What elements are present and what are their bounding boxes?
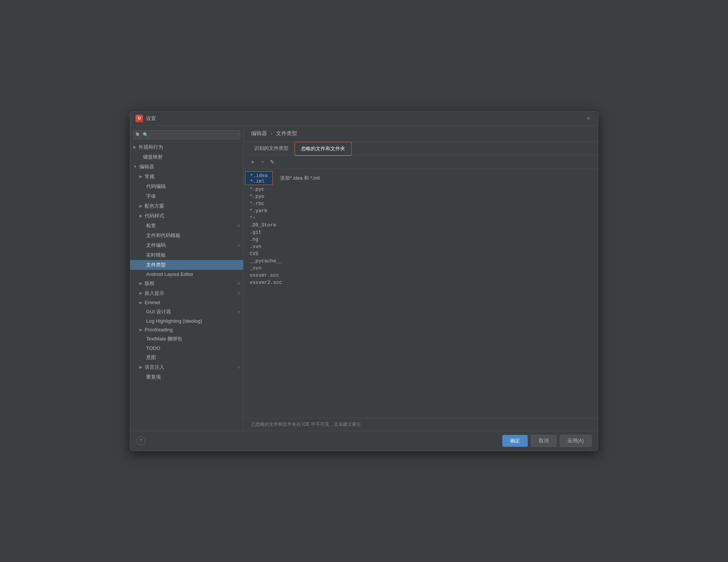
sidebar-item-21[interactable]: TODO bbox=[130, 344, 243, 353]
sidebar-item-13[interactable]: Android Layout Editor bbox=[130, 270, 243, 279]
file-list-item[interactable]: *.pyo bbox=[244, 193, 598, 200]
remove-button[interactable]: − bbox=[258, 157, 267, 166]
ok-button[interactable]: 确定 bbox=[502, 435, 528, 447]
sidebar-item-12[interactable]: 文件类型 bbox=[130, 260, 243, 270]
sidebar-item-20[interactable]: TextMate 捆绑包 bbox=[130, 334, 243, 344]
sidebar-item-label: 字体 bbox=[146, 193, 156, 200]
breadcrumb-part1: 编辑器 bbox=[251, 130, 267, 136]
sidebar-item-24[interactable]: 重复项 bbox=[130, 372, 243, 382]
sidebar-item-label: 常规 bbox=[145, 173, 154, 180]
file-list-item[interactable]: __pycache__ bbox=[244, 257, 598, 265]
sidebar-item-label: Emmet bbox=[145, 300, 160, 305]
sidebar-item-10[interactable]: 文件编码⎋ bbox=[130, 240, 243, 250]
file-list-item[interactable]: .hg bbox=[244, 236, 598, 243]
sidebar-item-11[interactable]: 实时模板 bbox=[130, 250, 243, 260]
file-list-item[interactable]: vssver.scc bbox=[244, 272, 598, 279]
file-list-item[interactable]: *.pyc bbox=[244, 186, 598, 193]
sidebar-item-label: 配色方案 bbox=[145, 203, 164, 209]
apply-button[interactable]: 应用(A) bbox=[560, 435, 592, 447]
sidebar-item-3[interactable]: ▶常规 bbox=[130, 172, 243, 182]
sidebar-item-15[interactable]: ▶嵌入提示⎋ bbox=[130, 288, 243, 298]
sidebar-item-2[interactable]: ▼编辑器 bbox=[130, 162, 243, 172]
sidebar-item-23[interactable]: ▶语言注入⎋ bbox=[130, 362, 243, 372]
tab-toolbar: + − ✎ bbox=[244, 155, 598, 169]
sidebar-item-label: GUI 设计器 bbox=[146, 308, 171, 315]
sidebar-item-label: 实时模板 bbox=[146, 252, 166, 259]
status-text: 已忽略的文件和文件夹在 IDE 中不可见，且未建立索引 bbox=[251, 422, 361, 427]
sidebar-item-1[interactable]: 键盘映射 bbox=[130, 152, 243, 162]
file-list-item[interactable]: vssver2.scc bbox=[244, 279, 598, 286]
sidebar-item-label: 嵌入提示 bbox=[145, 290, 164, 297]
dialog-body: 🔍 ▶外观和行为键盘映射▼编辑器▶常规代码编辑字体▶配色方案▶代码样式检查⎋文件… bbox=[130, 126, 598, 431]
chevron-icon: ▶ bbox=[139, 204, 142, 208]
file-list-item[interactable]: _svn bbox=[244, 265, 598, 272]
sidebar-item-17[interactable]: GUI 设计器⎋ bbox=[130, 307, 243, 317]
sidebar-item-5[interactable]: 字体 bbox=[130, 191, 243, 201]
sidebar-item-label: 外观和行为 bbox=[139, 144, 163, 151]
sidebar-item-label: Log Highlighting (Ideolog) bbox=[146, 318, 202, 324]
chevron-icon: ▶ bbox=[139, 281, 142, 285]
sidebar-item-label: 编辑器 bbox=[139, 163, 154, 170]
file-list-item[interactable]: .svn bbox=[244, 243, 598, 250]
sidebar-item-0[interactable]: ▶外观和行为 bbox=[130, 142, 243, 152]
sidebar: 🔍 ▶外观和行为键盘映射▼编辑器▶常规代码编辑字体▶配色方案▶代码样式检查⎋文件… bbox=[130, 126, 244, 431]
highlighted-row: *.idea *.iml 添加*.idea 和 *.iml bbox=[245, 171, 596, 185]
title-bar: U 设置 × bbox=[130, 112, 598, 126]
external-link-icon: ⎋ bbox=[238, 223, 240, 228]
title-bar-left: U 设置 bbox=[136, 115, 156, 122]
search-input[interactable] bbox=[133, 130, 240, 139]
sidebar-item-8[interactable]: 检查⎋ bbox=[130, 221, 243, 231]
highlighted-items[interactable]: *.idea *.iml bbox=[245, 171, 273, 185]
dialog-footer: ? 确定 取消 应用(A) bbox=[130, 431, 598, 451]
file-list-container: *.pyc*.pyo*.rbc*.yarb*~.DS_Store.git.hg.… bbox=[244, 186, 598, 286]
chevron-icon: ▶ bbox=[139, 214, 142, 218]
tab-recognized[interactable]: 识别的文件类型 bbox=[248, 142, 295, 155]
sidebar-item-14[interactable]: ▶版权⎋ bbox=[130, 279, 243, 288]
tab-ignored[interactable]: 忽略的文件和文件夹 bbox=[295, 142, 352, 155]
sidebar-items-container: ▶外观和行为键盘映射▼编辑器▶常规代码编辑字体▶配色方案▶代码样式检查⎋文件和代… bbox=[130, 142, 243, 382]
sidebar-item-label: 重复项 bbox=[146, 374, 161, 380]
highlighted-item-idea[interactable]: *.idea bbox=[250, 172, 268, 178]
file-list-item[interactable]: *.rbc bbox=[244, 200, 598, 207]
breadcrumb: 编辑器 › 文件类型 bbox=[244, 126, 598, 142]
sidebar-item-7[interactable]: ▶代码样式 bbox=[130, 211, 243, 221]
add-button[interactable]: + bbox=[248, 157, 257, 166]
sidebar-item-16[interactable]: ▶Emmet bbox=[130, 298, 243, 307]
sidebar-item-label: 检查 bbox=[146, 222, 156, 229]
sidebar-item-19[interactable]: ▶Proofreading bbox=[130, 325, 243, 334]
chevron-icon: ▶ bbox=[139, 300, 142, 305]
external-link-icon: ⎋ bbox=[238, 243, 240, 247]
close-button[interactable]: × bbox=[585, 115, 592, 122]
edit-button[interactable]: ✎ bbox=[268, 157, 277, 166]
file-list-item[interactable]: .git bbox=[244, 229, 598, 236]
chevron-icon: ▶ bbox=[139, 291, 142, 295]
app-icon: U bbox=[136, 115, 143, 122]
cancel-button[interactable]: 取消 bbox=[531, 435, 557, 447]
highlighted-item-iml[interactable]: *.iml bbox=[250, 178, 268, 184]
external-link-icon: ⎋ bbox=[238, 281, 240, 285]
sidebar-item-9[interactable]: 文件和代码模板 bbox=[130, 231, 243, 240]
help-button[interactable]: ? bbox=[136, 436, 145, 445]
tabs: 识别的文件类型 忽略的文件和文件夹 bbox=[244, 142, 598, 155]
sidebar-item-label: 文件和代码模板 bbox=[146, 232, 180, 239]
chevron-icon: ▶ bbox=[139, 365, 142, 369]
sidebar-item-22[interactable]: 意图 bbox=[130, 353, 243, 362]
sidebar-item-4[interactable]: 代码编辑 bbox=[130, 182, 243, 191]
search-icon: 🔍 bbox=[136, 132, 141, 137]
sidebar-item-label: TextMate 捆绑包 bbox=[146, 336, 182, 342]
chevron-icon: ▼ bbox=[133, 165, 137, 169]
file-list-item[interactable]: .DS_Store bbox=[244, 222, 598, 229]
sidebar-item-18[interactable]: Log Highlighting (Ideolog) bbox=[130, 317, 243, 325]
chevron-icon: ▶ bbox=[139, 174, 142, 179]
sidebar-item-6[interactable]: ▶配色方案 bbox=[130, 201, 243, 211]
annotation-text: 添加*.idea 和 *.iml bbox=[280, 175, 320, 182]
sidebar-item-label: 文件编码 bbox=[146, 242, 166, 249]
sidebar-item-label: Android Layout Editor bbox=[146, 271, 193, 277]
file-list-item[interactable]: CVS bbox=[244, 250, 598, 257]
sidebar-item-label: Proofreading bbox=[145, 327, 173, 333]
file-list-item[interactable]: *~ bbox=[244, 214, 598, 222]
sidebar-item-label: 键盘映射 bbox=[143, 154, 163, 160]
breadcrumb-separator: › bbox=[271, 130, 273, 136]
file-list-item[interactable]: *.yarb bbox=[244, 207, 598, 214]
settings-dialog: U 设置 × 🔍 ▶外观和行为键盘映射▼编辑器▶常规代码编辑字体▶配色方案▶代码… bbox=[130, 111, 598, 451]
